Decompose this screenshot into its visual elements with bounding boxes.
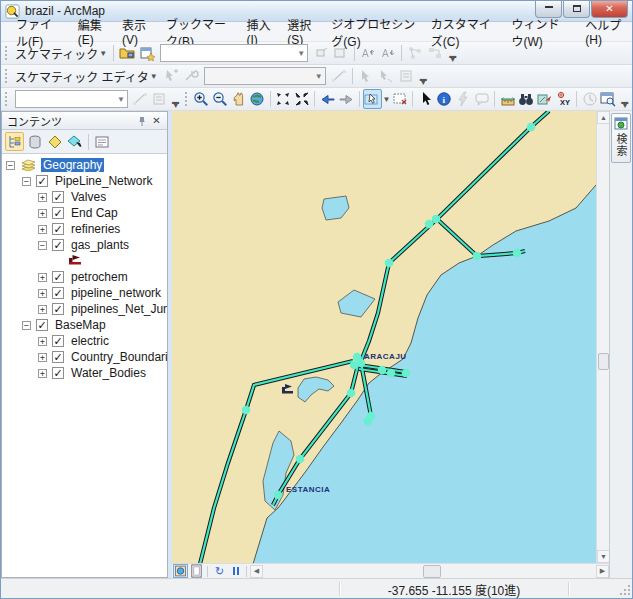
expand-icon[interactable]: + xyxy=(38,225,47,234)
map-viewport[interactable]: ARACAJU ESTANCIA ▲ ▼ ↻ ◀ ▶ xyxy=(172,111,609,578)
layer-label[interactable]: End Cap xyxy=(69,206,120,220)
chevron-down-icon[interactable]: ▼ xyxy=(383,95,391,104)
junction-dot[interactable] xyxy=(378,366,387,375)
label-combobox[interactable]: ▼ xyxy=(15,90,128,108)
fixed-zoom-out-icon[interactable] xyxy=(292,89,311,109)
layer-label[interactable]: pipeline_network xyxy=(69,286,163,300)
expand-icon[interactable]: + xyxy=(38,369,47,378)
layer-label[interactable]: BaseMap xyxy=(53,318,108,332)
hyperlink-icon[interactable] xyxy=(454,89,473,109)
layer-label[interactable]: petrochem xyxy=(69,270,130,284)
toc-item-pipeline-network[interactable]: +✓pipeline_network xyxy=(2,285,167,301)
toc-item-legend-symbol[interactable] xyxy=(2,253,167,269)
vertical-scrollbar[interactable]: ▲ ▼ xyxy=(596,111,609,563)
schematic-diagram-combobox[interactable]: ▼ xyxy=(160,44,308,62)
toolbar-grip[interactable] xyxy=(5,46,8,60)
increase-symbol-size-icon[interactable]: A xyxy=(358,43,378,63)
layer-label[interactable]: Water_Bodies xyxy=(69,366,148,380)
junction-dot[interactable] xyxy=(274,491,283,500)
expand-icon[interactable]: + xyxy=(38,209,47,218)
zoom-in-icon[interactable] xyxy=(192,89,211,109)
layer-checkbox[interactable]: ✓ xyxy=(52,351,64,363)
collapse-icon[interactable]: − xyxy=(38,241,47,250)
zoom-out-icon[interactable] xyxy=(210,89,229,109)
map-canvas[interactable]: ARACAJU ESTANCIA xyxy=(172,111,596,563)
junction-dot[interactable] xyxy=(242,406,251,415)
layer-checkbox[interactable]: ✓ xyxy=(52,207,64,219)
collapse-icon[interactable]: − xyxy=(22,177,31,186)
layer-checkbox[interactable]: ✓ xyxy=(52,223,64,235)
toc-item-pipeline-network[interactable]: −✓PipeLine_Network xyxy=(2,173,167,189)
pin-icon[interactable] xyxy=(134,114,149,128)
toc-item-valves[interactable]: +✓Valves xyxy=(2,189,167,205)
junction-dot[interactable] xyxy=(347,389,356,398)
toc-item-electric[interactable]: +✓electric xyxy=(2,333,167,349)
layout-task-icon[interactable] xyxy=(181,66,201,86)
layout-task-combobox[interactable]: ▼ xyxy=(204,67,326,85)
layer-checkbox[interactable]: ✓ xyxy=(52,335,64,347)
toolbar-grip[interactable] xyxy=(185,92,188,106)
toc-item-gas-plants[interactable]: −✓gas_plants xyxy=(2,237,167,253)
expand-icon[interactable]: + xyxy=(38,337,47,346)
toc-item-refineries[interactable]: +✓refineries xyxy=(2,221,167,237)
list-by-visibility-icon[interactable] xyxy=(45,132,64,151)
identify-icon[interactable]: i xyxy=(435,89,454,109)
schematic-editor-menu-button[interactable]: スケマティック エディタ▼ xyxy=(12,67,161,86)
new-schematic-icon[interactable] xyxy=(137,43,157,63)
vertical-scroll-thumb[interactable] xyxy=(598,353,609,370)
junction-dot[interactable] xyxy=(513,249,522,258)
toc-options-icon[interactable] xyxy=(92,132,111,151)
junction-dot[interactable] xyxy=(296,455,305,464)
sketch-tool-icon[interactable] xyxy=(131,89,150,109)
junction-dot[interactable] xyxy=(385,259,394,268)
find-route-icon[interactable] xyxy=(536,89,555,109)
list-by-source-icon[interactable] xyxy=(25,132,44,151)
expand-icon[interactable]: + xyxy=(38,289,47,298)
edit-move-icon[interactable] xyxy=(161,66,181,86)
resize-grip[interactable] xyxy=(617,582,631,596)
select-features-icon[interactable] xyxy=(363,89,382,109)
layer-label[interactable]: refineries xyxy=(69,222,122,236)
list-by-selection-icon[interactable] xyxy=(65,132,84,151)
schematic-options-icon[interactable] xyxy=(425,43,445,63)
scroll-down-icon[interactable]: ▼ xyxy=(597,550,609,563)
scroll-left-icon[interactable]: ◀ xyxy=(250,565,263,578)
pause-drawing-icon[interactable] xyxy=(228,564,243,578)
layer-checkbox[interactable]: ✓ xyxy=(52,367,64,379)
horizontal-scroll-track[interactable] xyxy=(263,565,596,578)
junction-dot[interactable] xyxy=(402,369,411,378)
expand-icon[interactable]: + xyxy=(38,353,47,362)
list-by-drawing-order-icon[interactable] xyxy=(5,132,24,151)
toolbar-overflow-button[interactable]: ▬▼ xyxy=(418,67,429,85)
layer-label[interactable]: Geography xyxy=(41,158,104,172)
full-extent-icon[interactable] xyxy=(248,89,267,109)
toc-item-geography[interactable]: −Geography xyxy=(2,157,167,173)
toc-item-pipelines-net-juncti[interactable]: +✓pipelines_Net_Juncti xyxy=(2,301,167,317)
schematic-network-icon[interactable] xyxy=(405,43,425,63)
layer-checkbox[interactable]: ✓ xyxy=(52,271,64,283)
junction-dot[interactable] xyxy=(387,369,396,378)
select-elements-icon[interactable] xyxy=(416,89,435,109)
toc-item-country-boundaries[interactable]: +✓Country_Boundaries xyxy=(2,349,167,365)
find-icon[interactable] xyxy=(517,89,536,109)
viewer-window-icon[interactable] xyxy=(599,89,618,109)
layer-checkbox[interactable]: ✓ xyxy=(36,175,48,187)
data-view-button[interactable] xyxy=(173,564,188,578)
junction-dot[interactable] xyxy=(527,123,536,132)
html-popup-icon[interactable] xyxy=(472,89,491,109)
junction-dot[interactable] xyxy=(350,361,359,370)
toc-item-water-bodies[interactable]: +✓Water_Bodies xyxy=(2,365,167,381)
toc-item-petrochem[interactable]: +✓petrochem xyxy=(2,269,167,285)
refresh-view-icon[interactable]: ↻ xyxy=(212,564,227,578)
junction-dot[interactable] xyxy=(473,252,482,261)
layer-checkbox[interactable]: ✓ xyxy=(52,287,64,299)
pan-icon[interactable] xyxy=(229,89,248,109)
junction-dot[interactable] xyxy=(425,220,434,229)
editor-properties-icon[interactable] xyxy=(396,66,416,86)
open-diagram-icon[interactable] xyxy=(311,43,331,63)
horizontal-scroll-thumb[interactable] xyxy=(423,565,441,578)
layer-label[interactable]: pipelines_Net_Juncti xyxy=(69,302,167,316)
layer-label[interactable]: Valves xyxy=(69,190,108,204)
layout-view-button[interactable] xyxy=(189,564,204,578)
collapse-icon[interactable]: − xyxy=(22,321,31,330)
